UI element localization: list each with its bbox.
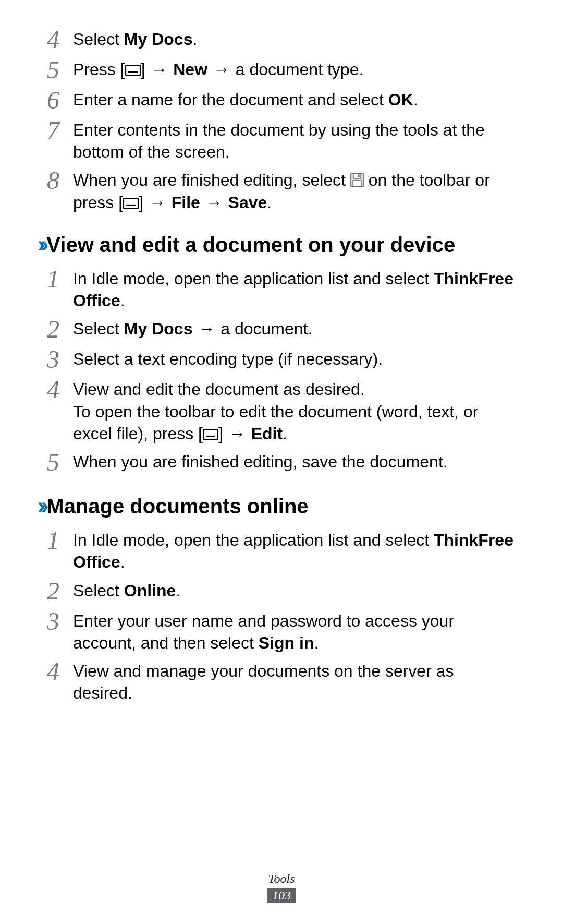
footer-section-label: Tools	[0, 872, 563, 886]
step: 5When you are finished editing, save the…	[47, 449, 516, 475]
step: 4View and edit the document as desired.T…	[47, 376, 516, 445]
step-text: View and manage your documents on the se…	[73, 658, 516, 704]
step-number: 2	[47, 578, 73, 604]
step-text: Enter your user name and password to acc…	[73, 608, 516, 654]
svg-rect-6	[124, 198, 138, 209]
step: 3Enter your user name and password to ac…	[47, 608, 516, 654]
step-text: Enter contents in the document by using …	[73, 117, 516, 163]
step-text: In Idle mode, open the application list …	[73, 266, 516, 311]
step: 1In Idle mode, open the application list…	[47, 266, 516, 311]
svg-rect-3	[353, 174, 361, 178]
save-icon	[350, 173, 364, 187]
svg-rect-5	[353, 181, 361, 186]
step-text: Enter a name for the document and select…	[73, 87, 516, 111]
menu-icon	[203, 429, 218, 440]
step-number: 7	[47, 117, 73, 143]
section-title: Manage documents online	[46, 495, 308, 518]
step: 2Select My Docs → a document.	[47, 316, 516, 342]
step: 8When you are finished editing, select o…	[47, 167, 516, 213]
step-number: 5	[47, 449, 73, 475]
step-text: In Idle mode, open the application list …	[73, 527, 516, 573]
step: 7Enter contents in the document by using…	[47, 117, 516, 163]
step-number: 4	[47, 26, 73, 52]
step-number: 2	[47, 316, 73, 342]
step: 4Select My Docs.	[47, 26, 516, 52]
svg-rect-0	[126, 65, 140, 76]
step-subtext: To open the toolbar to edit the document…	[73, 401, 516, 445]
step: 5Press [] → New → a document type.	[47, 56, 516, 82]
step-text: Press [] → New → a document type.	[73, 56, 516, 80]
step: 4View and manage your documents on the s…	[47, 658, 516, 704]
svg-rect-4	[358, 175, 359, 178]
section-b-steps: 1In Idle mode, open the application list…	[47, 527, 516, 704]
menu-icon	[123, 198, 139, 209]
step-text: Select Online.	[73, 578, 516, 602]
chevron-icon: ››	[38, 493, 44, 519]
page-footer: Tools 103	[0, 872, 563, 903]
section-a-steps: 1In Idle mode, open the application list…	[47, 266, 516, 475]
step: 2Select Online.	[47, 578, 516, 604]
section-title: View and edit a document on your device	[46, 233, 455, 257]
step-number: 3	[47, 346, 73, 372]
page-number: 103	[267, 888, 296, 903]
step-number: 3	[47, 608, 73, 634]
step-number: 4	[47, 376, 73, 402]
svg-rect-8	[203, 429, 218, 440]
step-number: 1	[47, 527, 73, 553]
manual-page: 4Select My Docs.5Press [] → New → a docu…	[0, 0, 563, 924]
section-heading-view-edit: ›› View and edit a document on your devi…	[38, 231, 516, 257]
menu-icon	[125, 65, 141, 76]
step-number: 6	[47, 87, 73, 113]
step-text: Select My Docs.	[73, 26, 516, 50]
step-text: View and edit the document as desired.To…	[73, 376, 516, 445]
step-number: 4	[47, 658, 73, 684]
step-text: Select My Docs → a document.	[73, 316, 516, 340]
section-heading-manage-online: ›› Manage documents online	[38, 493, 516, 519]
step-text: When you are finished editing, select on…	[73, 167, 516, 213]
step: 3Select a text encoding type (if necessa…	[47, 346, 516, 372]
step-text: Select a text encoding type (if necessar…	[73, 346, 516, 370]
step-number: 1	[47, 266, 73, 292]
step-number: 5	[47, 56, 73, 82]
step: 6Enter a name for the document and selec…	[47, 87, 516, 113]
top-steps: 4Select My Docs.5Press [] → New → a docu…	[47, 26, 516, 213]
step-text: When you are finished editing, save the …	[73, 449, 516, 473]
chevron-icon: ››	[38, 231, 44, 257]
step: 1In Idle mode, open the application list…	[47, 527, 516, 573]
step-number: 8	[47, 167, 73, 193]
